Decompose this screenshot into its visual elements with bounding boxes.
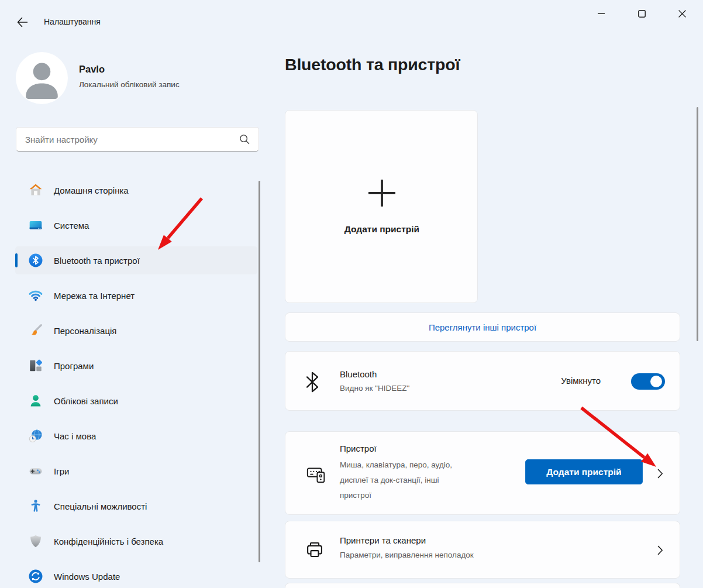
- home-icon: [28, 183, 43, 198]
- page-title: Bluetooth та пристрої: [285, 55, 460, 74]
- view-other-devices-link[interactable]: Переглянути інші пристрої: [285, 312, 680, 342]
- sidebar-item-windows-update[interactable]: Windows Update: [15, 562, 257, 588]
- sidebar-item-label: Bluetooth та пристрої: [54, 256, 140, 266]
- main-scrollbar[interactable]: [697, 107, 698, 341]
- back-button[interactable]: [13, 13, 32, 32]
- gaming-icon: [28, 463, 43, 479]
- sidebar-item-accessibility[interactable]: Спеціальні можливості: [15, 492, 257, 520]
- sidebar-item-system[interactable]: Система: [15, 211, 257, 239]
- sidebar-item-gaming[interactable]: Ігри: [15, 457, 257, 485]
- maximize-icon: [638, 10, 646, 18]
- back-arrow-icon: [16, 16, 29, 29]
- sidebar-item-time-language[interactable]: Час і мова: [15, 422, 257, 450]
- avatar: [16, 52, 68, 104]
- bluetooth-toggle-label: Увімкнуто: [561, 376, 601, 386]
- sidebar-item-label: Ігри: [54, 466, 69, 476]
- toggle-knob: [650, 376, 662, 387]
- bluetooth-row-title: Bluetooth: [340, 369, 377, 379]
- sidebar-item-label: Спеціальні можливості: [54, 501, 147, 511]
- devices-chevron: [657, 469, 663, 479]
- sidebar-item-label: Персоналізація: [54, 326, 116, 336]
- printers-chevron: [657, 545, 663, 555]
- close-button[interactable]: [667, 0, 697, 27]
- sidebar-item-personalization[interactable]: Персоналізація: [15, 317, 257, 345]
- bluetooth-toggle[interactable]: [631, 373, 665, 390]
- printers-card[interactable]: Принтери та сканери Параметри, виправлен…: [285, 521, 680, 579]
- system-icon: [28, 218, 43, 233]
- bluetooth-glyph-icon: [305, 372, 320, 393]
- add-device-tile-label: Додати пристрій: [285, 224, 478, 235]
- devices-row-title: Пристрої: [340, 443, 377, 453]
- close-icon: [678, 10, 686, 18]
- sidebar-item-apps[interactable]: Програми: [15, 352, 257, 380]
- sidebar-item-network[interactable]: Мережа та Інтернет: [15, 281, 257, 310]
- chevron-right-icon: [657, 545, 663, 555]
- sidebar-item-privacy[interactable]: Конфіденційність і безпека: [15, 527, 257, 555]
- chevron-right-icon: [657, 469, 663, 479]
- add-device-tile[interactable]: Додати пристрій: [285, 110, 478, 303]
- add-device-button[interactable]: Додати пристрій: [525, 459, 643, 484]
- bluetooth-row-subtitle: Видно як "HIDEEZ": [340, 383, 409, 394]
- printers-row-subtitle: Параметри, виправлення неполадок: [340, 549, 474, 561]
- sidebar-item-label: Час і мова: [54, 431, 96, 441]
- sidebar-item-home[interactable]: Домашня сторінка: [15, 176, 257, 204]
- time-language-icon: [28, 428, 43, 443]
- apps-icon: [28, 358, 43, 373]
- sidebar-item-bluetooth-devices[interactable]: Bluetooth та пристрої: [15, 246, 257, 274]
- search-icon: [239, 133, 250, 145]
- network-icon: [28, 288, 43, 303]
- window-title: Налаштування: [44, 17, 101, 26]
- maximize-button[interactable]: [627, 0, 656, 27]
- sidebar-item-label: Домашня сторінка: [54, 185, 129, 195]
- devices-icon: [305, 463, 328, 486]
- sidebar-item-label: Windows Update: [54, 572, 120, 582]
- sidebar-scrollbar[interactable]: [259, 181, 260, 562]
- privacy-icon: [28, 534, 43, 549]
- person-silhouette-icon: [16, 52, 68, 104]
- profile-name: Pavlo: [79, 64, 105, 75]
- printer-icon: [305, 540, 325, 560]
- plus-icon: [366, 177, 398, 209]
- sidebar-item-label: Система: [54, 221, 89, 231]
- printers-row-title: Принтери та сканери: [340, 535, 426, 545]
- sidebar-item-label: Мережа та Інтернет: [54, 291, 135, 301]
- devices-row-subtitle: Миша, клавіатура, перо, аудіо, дисплеї т…: [340, 458, 470, 503]
- bluetooth-card: Bluetooth Видно як "HIDEEZ" Увімкнуто: [285, 351, 680, 411]
- minimize-icon: [598, 10, 605, 17]
- sidebar-item-label: Програми: [54, 361, 94, 371]
- sidebar-nav: Домашня сторінка Система Bluetooth та пр…: [15, 176, 257, 588]
- bluetooth-icon: [28, 253, 43, 268]
- partial-next-card: [285, 583, 680, 588]
- profile-account-type: Локальний обліковий запис: [79, 80, 180, 89]
- sidebar-item-label: Облікові записи: [54, 396, 118, 406]
- sidebar-item-label: Конфіденційність і безпека: [54, 537, 163, 546]
- view-other-devices-label: Переглянути інші пристрої: [429, 322, 536, 332]
- sidebar-item-accounts[interactable]: Облікові записи: [15, 387, 257, 415]
- search-box[interactable]: [16, 127, 259, 152]
- accessibility-icon: [28, 498, 43, 514]
- accounts-icon: [28, 393, 43, 408]
- minimize-button[interactable]: [587, 0, 616, 27]
- devices-card[interactable]: Пристрої Миша, клавіатура, перо, аудіо, …: [285, 431, 680, 515]
- search-input[interactable]: [16, 135, 235, 145]
- windows-update-icon: [28, 569, 43, 584]
- personalization-icon: [28, 323, 43, 338]
